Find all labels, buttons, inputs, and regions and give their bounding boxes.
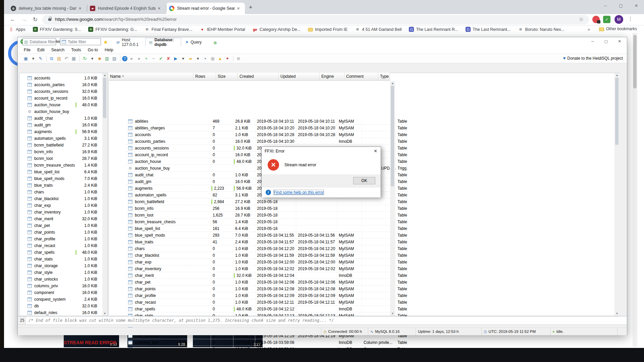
column-header-comment[interactable]: Comment [344,73,378,80]
sidebar-table-item[interactable]: conquest_system2.4 KiB [19,296,97,303]
first-record-icon[interactable]: « [128,55,135,62]
sidebar-table-item[interactable]: char_profile1.0 KiB [19,236,97,242]
refresh-icon[interactable]: ↻ [82,55,88,62]
sidebar-table-item[interactable]: bcnm_treasure_chests1.4 KiB [19,162,97,169]
discard-icon[interactable]: ✘ [165,55,172,62]
apply-icon[interactable]: ✔ [158,55,164,62]
table-row[interactable]: char_inventory01.0 KiB2019-05-18 04:12:0… [126,265,408,272]
sidebar-table-item[interactable]: char_blacklist1.0 KiB [19,195,97,202]
sidebar-table-item[interactable]: account_ip_record16.0 KiB [19,95,97,102]
new-tab-button[interactable]: + [249,4,253,11]
sidebar-table-item[interactable]: bcnm_loot28.7 KiB [19,155,97,162]
bookmark-item[interactable]: GThe Last Remnant... [466,27,511,32]
sidebar-table-item[interactable]: blue_spell_list6.4 KiB [19,169,97,175]
sidebar-table-item[interactable]: audit_gm16.0 KiB [19,122,97,128]
tab-close-icon[interactable]: ✕ [237,6,240,11]
sidebar-table-item[interactable]: automaton_spells3.1 KiB [19,135,97,142]
help-link[interactable]: Find some help on this error [274,190,324,195]
browser-tab[interactable]: ◍delivery_box table missing - Dark✕ [8,3,87,14]
browser-page-scrollbar-thumb[interactable] [633,35,637,88]
sidebar-table-item[interactable]: char_merit32.0 KiB [19,216,97,222]
tab-close-icon[interactable]: ✕ [158,6,161,11]
copy-icon[interactable]: ⧉ [48,55,55,62]
table-row[interactable]: blue_traits412.4 KiB2019-05-18 04:11:572… [126,239,408,245]
close-icon[interactable]: ✕ [629,0,644,11]
bookmarks-apps-button[interactable]: ⣿Apps [9,27,25,32]
tab-close-icon[interactable]: ✕ [78,6,82,11]
table-row[interactable]: accounts01.0 KiB2019-05-18 04:10:282019-… [126,131,408,138]
sidebar-table-item[interactable]: ⚙auction_house_buy [19,108,97,115]
table-row[interactable]: bcnm_loot1,62528.7 KiB2019-05-18Table [126,212,408,219]
browser-tab[interactable]: Stream read error - Google Sear✕ [166,3,245,14]
dropdown-icon[interactable]: ▾ [180,55,186,62]
find-icon[interactable]: ◎ [209,55,216,62]
table-row[interactable]: abilities46926.8 KiB2019-05-18 04:10:112… [126,118,408,125]
table-row[interactable]: bcnm_battlefield2,98427.2 KiB2019-05-18T… [126,198,408,205]
table-row[interactable]: columns_priv016.0 KiB2019-05-18 03:59:06… [126,339,408,346]
sidebar-table-item[interactable]: bcnm_battlefield27.2 KiB [19,142,97,148]
user-manager-icon[interactable]: ☻ [96,55,103,62]
close-icon[interactable]: ✕ [613,37,626,46]
special-icon[interactable]: ✦ [224,55,231,62]
sidebar-table-item[interactable]: char_inventory1.0 KiB [19,209,97,216]
table-row[interactable]: char_recast01.0 KiB2019-05-18 04:12:1120… [126,299,408,306]
browser-menu-icon[interactable]: ⋮ [628,16,633,22]
sidebar-scrollbar-thumb[interactable] [103,78,106,118]
undo-icon[interactable]: ↶ [63,55,70,62]
sidebar-table-item[interactable]: accounts_sessions32.0 KiB [19,88,97,95]
panel-scrollbar[interactable]: ▲ ▼ [614,73,620,316]
sidebar-table-item[interactable]: char_unlocks1.0 KiB [19,276,97,283]
sidebar-table-item[interactable]: char_recast1.0 KiB [19,242,97,249]
column-header-rows[interactable]: Rows [194,73,216,80]
sidebar-table-item[interactable]: db32.0 KiB [19,303,97,309]
forward-icon[interactable]: → [21,16,27,23]
sidebar-table-item[interactable]: blue_traits2.4 KiB [19,182,97,189]
bookmarks-overflow-icon[interactable]: » [588,27,590,32]
column-header-created[interactable]: Created [238,73,279,80]
table-row[interactable]: blue_spell_list1616.4 KiB2019-05-18Table [126,225,408,232]
menu-tools[interactable]: Tools [71,48,81,52]
last-record-icon[interactable]: » [136,55,142,62]
sidebar-table-item[interactable]: char_points1.0 KiB [19,229,97,236]
bookmark-item[interactable]: Imported From IE [308,27,347,32]
minimize-icon[interactable]: ─ [586,37,599,46]
table-row[interactable]: char_exp01.0 KiB2019-05-18 04:12:002019-… [126,259,408,265]
bookmark-item[interactable]: ❀FFXIV Gardening: S... [33,27,81,32]
sidebar-table-item[interactable]: char_stats1.0 KiB [19,256,97,262]
donate-link[interactable]: ♥Donate to the HeidiSQL project [563,56,623,61]
table-row[interactable]: char_points01.0 KiB2019-05-18 04:12:0820… [126,286,408,292]
database-filter-input[interactable]: ▤ Database filter [22,38,56,45]
sidebar-table-item[interactable]: accounts1.0 KiB [19,75,97,81]
sidebar-table-item[interactable]: char_storage1.0 KiB [19,262,97,269]
dropdown-icon[interactable]: ▾ [30,55,37,62]
highlight-icon[interactable]: ▲ [217,55,223,62]
table-row[interactable]: char_spells048.0 KiB2019-05-18 04:12:12I… [126,306,408,312]
bookmark-item[interactable]: ⊕4 51 AM Garland Bell [355,27,401,32]
bookmark-item[interactable]: ⊕Final Fantasy Brave... [145,27,193,32]
table-row[interactable]: char_merit032.0 KiB2019-05-18 04:12:04In… [126,272,408,279]
print-icon[interactable]: ▦ [70,55,77,62]
increase-icon[interactable]: + [143,55,150,62]
maximize-icon[interactable]: ▢ [613,0,629,11]
sidebar-table-item[interactable]: char_exp1.0 KiB [19,202,97,209]
grid-scrollbar-thumb[interactable] [391,86,394,186]
favorites-star-icon[interactable]: ★ [103,39,108,45]
export-grid-icon[interactable]: ▧ [111,55,118,62]
minimize-icon[interactable]: ─ [598,0,613,11]
paste-icon[interactable]: ▤ [56,55,62,62]
table-row[interactable]: bcnm_treasure_chests561.4 KiB2019-05-18T… [126,219,408,225]
column-header-name[interactable]: Name ˄ [108,73,194,80]
dialog-titlebar[interactable]: FFXI: Error [262,147,381,156]
bookmark-item[interactable]: GThe Last Remnant R... [409,27,458,32]
bookmark-item[interactable]: geCategory:Airship De... [253,27,301,32]
table-filter-input[interactable]: Table filter [60,38,101,45]
help-icon[interactable]: ? [122,56,127,61]
sidebar-table-item[interactable]: audit_chat1.0 KiB [19,115,97,122]
video-caption[interactable]: STREAM READ ERROR [64,340,116,345]
maximize-icon[interactable]: ▢ [599,37,613,46]
dropdown-icon[interactable]: ▾ [89,55,96,62]
sidebar-table-item[interactable]: bcnm_info16.9 KiB [19,148,97,155]
other-bookmarks-button[interactable]: Other bookmarks [599,26,637,31]
sidebar-table-item[interactable]: auction_house48.0 KiB [19,102,97,108]
browser-tab[interactable]: ▰Hundred Episode 4 English Sub/D✕ [87,3,166,14]
